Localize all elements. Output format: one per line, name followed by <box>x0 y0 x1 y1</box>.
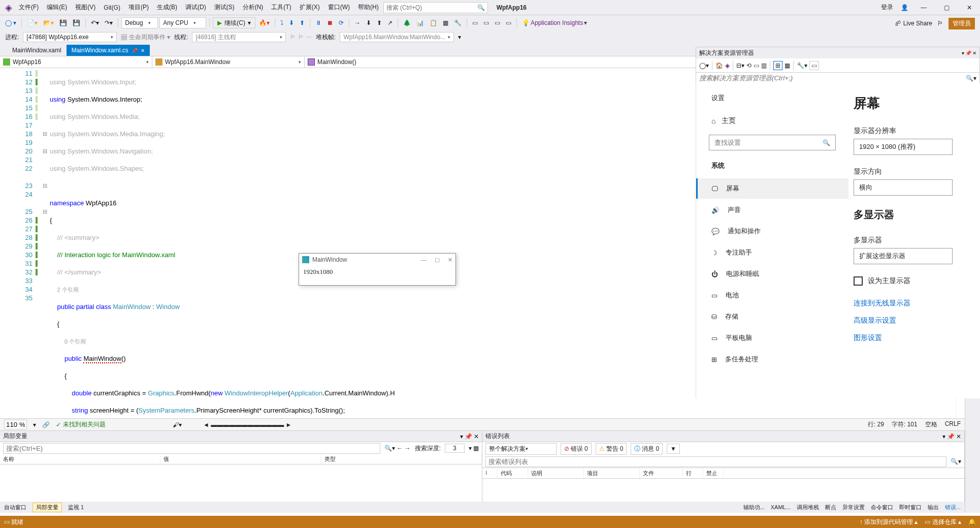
user-icon[interactable]: 👤 <box>901 4 908 11</box>
bottom-tab-aux[interactable]: 辅助功... <box>743 504 765 511</box>
err-col-desc[interactable]: 说明 <box>528 468 584 478</box>
navbar-class[interactable]: WpfApp16.MainWindow <box>152 56 305 68</box>
popup-max-icon[interactable]: ▢ <box>435 257 440 263</box>
settings-item-tablet[interactable]: ▭平板电脑 <box>696 328 848 348</box>
menu-view[interactable]: 视图(V) <box>72 2 99 13</box>
bottom-tab-auto[interactable]: 自动窗口 <box>4 504 26 511</box>
ins-indicator[interactable]: 空格 <box>925 420 937 429</box>
thread-combo[interactable]: [46916] 主线程 <box>192 32 286 42</box>
bottom-tab-exc[interactable]: 异常设置 <box>842 504 865 511</box>
sol-search-input[interactable] <box>699 74 966 82</box>
primary-display-checkbox[interactable]: 设为主显示器 <box>854 276 975 286</box>
sol-pin-icon[interactable]: 📌 <box>965 50 971 56</box>
maximize-button[interactable]: ▢ <box>939 2 954 13</box>
feedback-icon[interactable]: 🏳 <box>937 20 943 27</box>
settings-search-input[interactable] <box>714 139 823 146</box>
zoom-input[interactable] <box>4 420 27 429</box>
bottom-tab-cmd[interactable]: 命令窗口 <box>871 504 893 511</box>
menu-help[interactable]: 帮助(H) <box>354 2 382 13</box>
sol-showall-icon[interactable]: ⊞ <box>773 61 782 70</box>
bottom-tab-imm[interactable]: 即时窗口 <box>899 504 922 511</box>
bottom-tab-watch[interactable]: 监视 1 <box>68 504 84 511</box>
resolution-select[interactable]: 1920 × 1080 (推荐) <box>854 139 953 155</box>
step-out-button[interactable]: ⬆ <box>298 17 307 28</box>
err-scope-combo[interactable]: 整个解决方案 <box>485 443 557 455</box>
popup-min-icon[interactable]: — <box>421 257 427 263</box>
bottom-tab-out[interactable]: 输出 <box>928 504 939 511</box>
tb-icon-1[interactable]: ⬇ <box>364 17 373 28</box>
bottom-tab-xaml[interactable]: XAML... <box>771 504 791 510</box>
settings-item-storage[interactable]: ⛁存储 <box>696 306 848 327</box>
menu-debug[interactable]: 调试(D) <box>182 2 210 13</box>
continue-button[interactable]: ▶继续(C)▾ <box>213 17 255 28</box>
settings-home[interactable]: ⌂主页 <box>696 111 848 131</box>
add-to-source-control[interactable]: ↑ 添加到源代码管理 ▴ <box>860 518 918 526</box>
settings-item-sound[interactable]: 🔊声音 <box>696 200 848 220</box>
sol-search[interactable]: 🔍▾ <box>696 73 979 84</box>
depth-combo[interactable]: 3 <box>445 444 465 453</box>
sol-tree-icon[interactable]: ⊟▾ <box>736 62 744 69</box>
err-col-file[interactable]: 文件 <box>640 468 683 478</box>
err-col-suppress[interactable]: 禁止 <box>703 468 724 478</box>
stackframe-combo[interactable]: WpfApp16.MainWindow.MainWindo... <box>340 32 454 42</box>
tb-icon-6[interactable]: ▦ <box>441 17 450 28</box>
tb-icon-7[interactable]: 🔧 <box>452 17 464 28</box>
tb-icon-9[interactable]: ▭ <box>481 17 491 28</box>
select-repo[interactable]: ▭ 选择仓库 ▴ <box>925 518 961 526</box>
panel-dropdown-icon[interactable]: ▾ <box>460 433 463 440</box>
menu-project[interactable]: 项目(P) <box>125 2 152 13</box>
advanced-display-link[interactable]: 高级显示设置 <box>854 316 975 325</box>
panel-pin-icon[interactable]: 📌 <box>947 433 955 440</box>
err-search-input[interactable] <box>485 456 946 467</box>
sol-props-icon[interactable]: ▦ <box>785 62 790 69</box>
popup-titlebar[interactable]: MainWindow —▢✕ <box>299 254 455 266</box>
graphics-settings-link[interactable]: 图形设置 <box>854 333 975 343</box>
menu-tools[interactable]: 工具(T) <box>268 2 295 13</box>
sol-preview-icon[interactable]: ▭ <box>809 61 819 70</box>
login-link[interactable]: 登录 <box>881 3 893 12</box>
tab-xaml[interactable]: MainWindow.xaml <box>7 45 67 56</box>
title-search-box[interactable]: 🔍 <box>383 2 488 13</box>
tb-icon-2[interactable]: ⬆ <box>375 17 384 28</box>
menu-extensions[interactable]: 扩展(X) <box>296 2 323 13</box>
sol-back-icon[interactable]: ◯▾ <box>699 62 709 69</box>
hot-reload-button[interactable]: 🔥▾ <box>257 17 272 28</box>
panel-dropdown-icon[interactable]: ▾ <box>942 433 945 440</box>
tb-icon-10[interactable]: ▭ <box>493 17 502 28</box>
save-button[interactable]: 💾 <box>57 17 69 28</box>
settings-item-notif[interactable]: 💬通知和操作 <box>696 221 848 241</box>
col-indicator[interactable]: 字符: 101 <box>892 420 918 429</box>
redo-button[interactable]: ↷▾ <box>103 17 115 28</box>
locals-col-type[interactable]: 类型 <box>321 454 482 464</box>
menu-edit[interactable]: 编辑(E) <box>43 2 71 13</box>
settings-search[interactable]: 🔍 <box>709 135 836 150</box>
sol-close-icon[interactable]: ✕ <box>972 50 976 56</box>
sol-dropdown-icon[interactable]: ▾ <box>962 50 964 56</box>
line-indicator[interactable]: 行: 29 <box>868 420 884 429</box>
menu-git[interactable]: Git(G) <box>100 3 124 13</box>
title-search-input[interactable] <box>386 4 473 11</box>
panel-close-icon[interactable]: ✕ <box>956 433 961 440</box>
bottom-tab-err[interactable]: 错误... <box>945 504 961 511</box>
live-tree-button[interactable]: 🌲 <box>401 17 413 28</box>
restart-button[interactable]: ⟳ <box>337 17 346 28</box>
tb-icon-8[interactable]: ▭ <box>470 17 480 28</box>
orientation-select[interactable]: 横向 <box>854 179 953 196</box>
new-item-button[interactable]: 📄▾ <box>25 17 40 28</box>
undo-button[interactable]: ↶▾ <box>89 17 101 28</box>
locals-col-value[interactable]: 值 <box>160 454 321 464</box>
step-over-button[interactable]: ⤵ <box>278 17 285 28</box>
err-col-project[interactable]: 项目 <box>584 468 640 478</box>
menu-window[interactable]: 窗口(W) <box>324 2 353 13</box>
status-bell-icon[interactable]: 🔔 <box>968 518 976 525</box>
settings-item-power[interactable]: ⏻电源和睡眠 <box>696 264 848 284</box>
stop-button[interactable]: ⏹ <box>325 17 335 28</box>
bottom-tab-bp[interactable]: 断点 <box>825 504 836 511</box>
show-next-button[interactable]: → <box>352 17 363 28</box>
process-combo[interactable]: [47868] WpfApp16.exe <box>23 32 117 42</box>
save-all-button[interactable]: 💾 <box>71 17 82 28</box>
navbar-project[interactable]: WpfApp16 <box>0 56 152 68</box>
settings-item-battery[interactable]: ▭电池 <box>696 285 848 305</box>
settings-item-display[interactable]: 🖵屏幕 <box>696 178 848 199</box>
tab-xaml-cs[interactable]: MainWindow.xaml.cs📌✕ <box>67 45 150 56</box>
